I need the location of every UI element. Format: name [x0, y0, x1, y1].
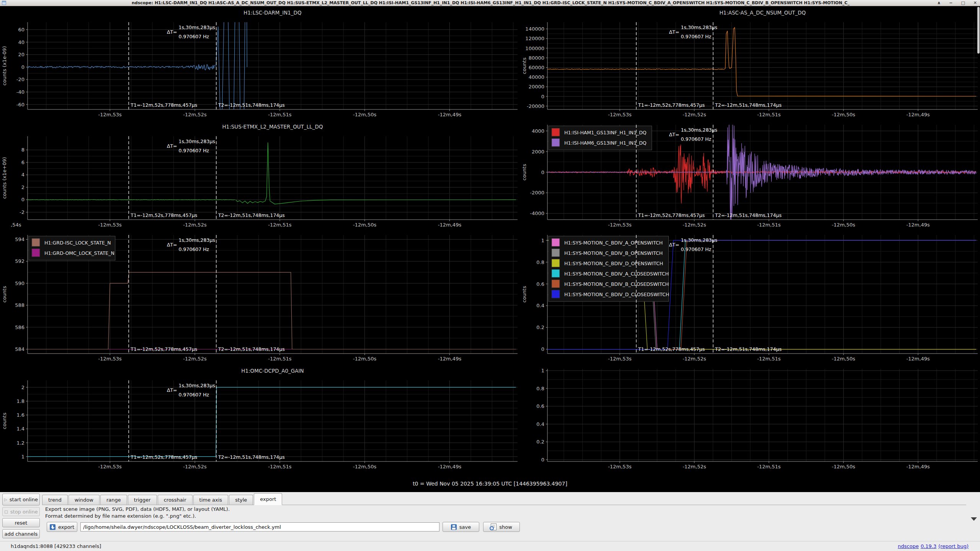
- plot-h1-omc-dcpd-a0-gain[interactable]: 21.81.61.41.21-12m,53s-12m,52s-12m,51s-1…: [0, 364, 520, 472]
- legend[interactable]: H1:GRD-ISC_LOCK_STATE_NH1:GRD-OMC_LOCK_S…: [29, 236, 115, 260]
- y-tick-label: -20000: [527, 103, 544, 109]
- status-bar: h1daqnds1:8088 [429233 channels] ndscope…: [0, 541, 980, 551]
- show-button-label: show: [499, 524, 512, 530]
- start-online-button[interactable]: ▷start online: [2, 494, 40, 505]
- nds-server-status: h1daqnds1:8088 [429233 channels]: [11, 541, 101, 551]
- y-tick-label: 1: [21, 454, 24, 460]
- add-channels-button[interactable]: add channels: [2, 529, 40, 538]
- plot-h1-lsc-darm-in1-dq[interactable]: 6040200-20-40-60-12m,53s-12m,52s-12m,51s…: [0, 6, 520, 120]
- t1-cursor-label: T1=-12m,52s,778ms,457µs: [638, 346, 705, 352]
- y-tick-label: -40: [16, 89, 24, 95]
- tab-time-axis[interactable]: time axis: [193, 495, 229, 505]
- tab-crosshair[interactable]: crosshair: [158, 495, 193, 505]
- delta-t-frequency: 0.970607 Hz: [179, 148, 209, 153]
- delta-t-prefix: ΔT=: [167, 387, 177, 393]
- legend-swatch: [552, 249, 560, 257]
- reset-button[interactable]: reset: [2, 518, 40, 527]
- x-tick-label: -12m,50s: [353, 356, 377, 362]
- shade-button[interactable]: ∧: [937, 0, 941, 6]
- plot-title: H1:ASC-AS_A_DC_NSUM_OUT_DQ: [719, 10, 806, 16]
- close-button[interactable]: ✕: [973, 0, 977, 6]
- tab-trigger[interactable]: trigger: [128, 495, 157, 505]
- legend-swatch: [552, 139, 560, 147]
- export-button[interactable]: export: [47, 522, 77, 532]
- plot-h1-grd-omc-lock-state-n[interactable]: 594592590588586584-12m,53s-12m,52s-12m,5…: [0, 230, 520, 364]
- y-tick-label: -4000: [530, 210, 544, 216]
- t2-cursor-label: T2=-12m,51s,748ms,174µs: [715, 102, 782, 108]
- tab-style[interactable]: style: [229, 495, 253, 505]
- legend-label: H1:GRD-ISC_LOCK_STATE_N: [44, 240, 111, 246]
- button-label: add channels: [5, 531, 38, 537]
- y-tick-label: 2: [21, 385, 24, 390]
- y-tick-label: 1.6: [16, 412, 24, 418]
- y-axis-label: counts (x1e-09): [2, 46, 7, 86]
- y-tick-label: 592: [15, 258, 24, 264]
- tab-export[interactable]: export: [254, 493, 282, 505]
- x-tick-label: -12m,52s: [183, 112, 207, 117]
- button-label: stop online: [10, 509, 38, 515]
- legend-swatch: [552, 290, 560, 298]
- export-download-icon: [50, 524, 56, 530]
- x-tick-label: -12m,53s: [608, 356, 632, 362]
- y-tick-label: 586: [15, 324, 24, 330]
- t2-cursor-label: T2=-12m,51s,748ms,174µs: [218, 454, 285, 460]
- trace-h1-isi-ham1-gs13inf-h1-in1-dq: [547, 144, 976, 204]
- y-axis-label: counts: [521, 57, 527, 74]
- export-description-line1: Export scene image (PNG, SVG, PDF), data…: [45, 506, 230, 513]
- preview-document-icon: [491, 523, 497, 530]
- plot-h1-asc-as-a-dc-nsum-out-dq[interactable]: 140000120000100000800006000040000200000-…: [520, 6, 980, 120]
- plot-h1-sys-motion-c-bdiv-a-openswitch[interactable]: 10.80.60.40.20-12m,53s-12m,52s-12m,51s-1…: [520, 230, 980, 364]
- link-ndscope[interactable]: ndscope: [898, 543, 919, 549]
- plot-h1-sus-etmx-l2-master-out-ll-dq[interactable]: 86420-2-12m,53s-12m,52s-12m,51s-12m,50s-…: [0, 120, 520, 230]
- export-description: Export scene image (PNG, SVG, PDF), data…: [45, 506, 230, 520]
- chevron-down-icon[interactable]: [971, 517, 977, 521]
- t2-cursor-label: T2=-12m,51s,748ms,174µs: [715, 346, 782, 352]
- y-tick-label: 0: [541, 457, 544, 463]
- x-tick-label: -12m,50s: [832, 464, 856, 469]
- plot-h1-isi-ham1-gs13inf-h1-in1-dq[interactable]: 400020000-2000-4000-12m,53s-12m,52s-12m,…: [520, 120, 980, 230]
- window-title: ndscope: H1:LSC-DARM_IN1_DQ H1:ASC-AS_A_…: [132, 0, 980, 6]
- x-tick-label: -12m,50s: [353, 112, 377, 117]
- y-tick-label: 20000: [529, 84, 544, 90]
- save-button[interactable]: save: [443, 522, 479, 532]
- stop-online-button[interactable]: □stop online: [2, 507, 40, 516]
- x-tick-label: -12m,53s: [98, 222, 122, 228]
- show-button[interactable]: show: [483, 522, 520, 532]
- legend-label: H1:SYS-MOTION_C_BDIV_A_OPENSWITCH: [564, 240, 663, 246]
- tab-range[interactable]: range: [100, 495, 127, 505]
- export-path-input[interactable]: [80, 522, 439, 531]
- delta-t-prefix: ΔT=: [167, 242, 177, 248]
- plot-title: H1:OMC-DCPD_A0_GAIN: [241, 368, 304, 374]
- x-tick-label: -12m,53s: [608, 464, 632, 469]
- x-tick-label: -12m,51s: [268, 222, 292, 228]
- x-tick-label: -12m,52s: [683, 356, 706, 362]
- minimize-button[interactable]: −: [949, 0, 952, 6]
- ndscope-window: ndscope: H1:LSC-DARM_IN1_DQ H1:ASC-AS_A_…: [0, 0, 980, 551]
- maximize-button[interactable]: □: [961, 0, 965, 6]
- delta-t-value: 1s,30ms,283µs: [179, 237, 215, 243]
- status-links: ndscope0.19.3(report bug): [896, 541, 969, 551]
- x-tick-label: -12m,53s: [608, 222, 632, 228]
- x-tick-label: -12m,50s: [832, 356, 856, 362]
- stop-icon: □: [4, 510, 8, 514]
- t2-cursor-label: T2=-12m,51s,748ms,174µs: [715, 212, 782, 218]
- tab-trend[interactable]: trend: [42, 495, 68, 505]
- delta-t-value: 1s,30ms,283µs: [681, 127, 717, 133]
- button-label: start online: [10, 497, 38, 502]
- delta-t-prefix: ΔT=: [669, 242, 679, 248]
- x-tick-label: -12m,51s: [268, 464, 292, 469]
- plot-empty[interactable]: 10.80.60.40.20-12m,53s-12m,52s-12m,51s-1…: [520, 364, 980, 472]
- link-report-bug[interactable]: (report bug): [938, 543, 969, 549]
- delta-t-value: 1s,30ms,283µs: [179, 24, 215, 30]
- y-tick-label: 2000: [532, 149, 544, 155]
- y-tick-label: 0: [541, 94, 544, 99]
- plot-scrollbar[interactable]: [977, 7, 980, 54]
- y-tick-label: 0: [541, 170, 544, 175]
- link-version[interactable]: 0.19.3: [921, 543, 936, 549]
- legend[interactable]: H1:SYS-MOTION_C_BDIV_A_OPENSWITCHH1:SYS-…: [549, 236, 669, 302]
- y-tick-label: 0: [21, 197, 24, 202]
- x-tick-label: -12m,49s: [906, 356, 930, 362]
- y-tick-label: -2: [20, 209, 24, 215]
- tab-window[interactable]: window: [69, 495, 100, 505]
- x-tick-label: -12m,53s: [98, 464, 122, 469]
